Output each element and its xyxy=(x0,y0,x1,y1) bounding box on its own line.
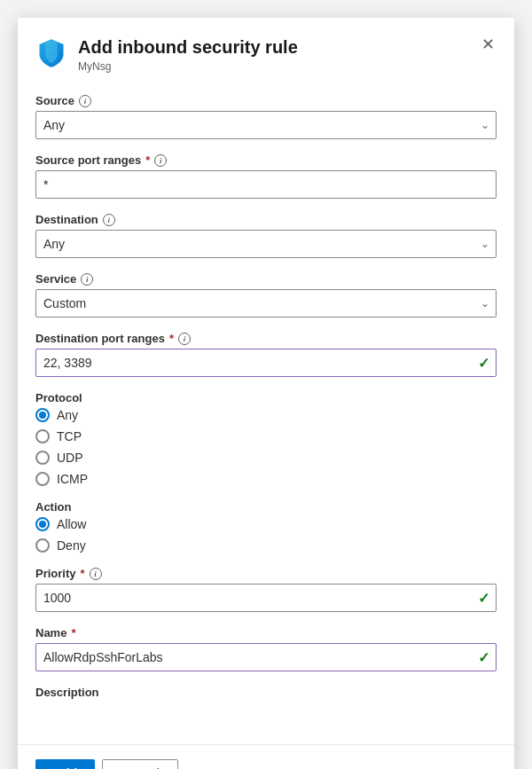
service-info-icon[interactable]: i xyxy=(81,273,93,286)
close-button[interactable]: ✕ xyxy=(475,32,500,57)
action-allow-radio[interactable] xyxy=(35,517,50,531)
name-label: Name * xyxy=(35,626,497,640)
protocol-radio-group: Any TCP UDP ICMP xyxy=(35,408,497,486)
priority-input[interactable] xyxy=(35,584,497,612)
protocol-udp-label: UDP xyxy=(57,451,83,465)
protocol-any-label: Any xyxy=(57,408,78,422)
protocol-icmp-label: ICMP xyxy=(57,472,88,486)
source-port-ranges-group: Source port ranges * i xyxy=(35,153,497,199)
dialog-title: Add inbound security rule xyxy=(78,35,497,59)
dest-port-check-icon: ✓ xyxy=(478,355,489,372)
source-port-info-icon[interactable]: i xyxy=(154,154,167,167)
source-port-required-marker: * xyxy=(145,153,150,167)
protocol-udp-radio[interactable] xyxy=(35,451,50,465)
destination-label: Destination i xyxy=(35,213,497,226)
action-deny-label: Deny xyxy=(57,538,86,553)
priority-wrapper: ✓ xyxy=(35,584,497,612)
action-radio-group: Allow Deny xyxy=(35,517,497,553)
priority-info-icon[interactable]: i xyxy=(90,568,102,580)
protocol-group: Protocol Any TCP UDP ICMP xyxy=(35,391,497,486)
add-inbound-security-rule-dialog: Add inbound security rule MyNsg ✕ Source… xyxy=(18,18,514,769)
action-deny-radio[interactable] xyxy=(35,538,50,553)
name-check-icon: ✓ xyxy=(478,649,489,666)
priority-group: Priority * i ✓ xyxy=(35,567,497,612)
dialog-subtitle: MyNsg xyxy=(78,60,497,73)
service-label: Service i xyxy=(35,272,497,286)
service-select-wrapper: Custom HTTP HTTPS SSH RDP ⌄ xyxy=(35,289,497,318)
priority-check-icon: ✓ xyxy=(478,590,489,607)
shield-icon xyxy=(35,37,67,69)
protocol-icmp-radio[interactable] xyxy=(35,472,50,486)
action-group: Action Allow Deny xyxy=(35,500,497,553)
destination-port-ranges-label: Destination port ranges * i xyxy=(35,332,497,345)
protocol-any-radio[interactable] xyxy=(35,408,50,422)
name-input[interactable] xyxy=(35,643,497,671)
destination-select-wrapper: Any IP Addresses Service Tag Application… xyxy=(35,230,497,258)
dialog-header: Add inbound security rule MyNsg ✕ xyxy=(18,18,514,87)
protocol-icmp-item[interactable]: ICMP xyxy=(35,472,497,486)
protocol-tcp-radio[interactable] xyxy=(35,429,50,443)
cancel-button[interactable]: Cancel xyxy=(102,759,178,769)
source-label: Source i xyxy=(35,94,497,107)
service-select[interactable]: Custom HTTP HTTPS SSH RDP xyxy=(35,289,497,318)
source-select-wrapper: Any IP Addresses Service Tag Application… xyxy=(35,111,497,139)
action-allow-label: Allow xyxy=(57,517,86,531)
source-select[interactable]: Any IP Addresses Service Tag Application… xyxy=(35,111,497,139)
protocol-any-item[interactable]: Any xyxy=(35,408,497,422)
protocol-label: Protocol xyxy=(35,391,497,404)
destination-info-icon[interactable]: i xyxy=(103,214,115,226)
dest-port-info-icon[interactable]: i xyxy=(178,333,191,345)
dialog-footer: Add Cancel xyxy=(18,744,514,769)
service-group: Service i Custom HTTP HTTPS SSH RDP ⌄ xyxy=(35,272,497,318)
priority-label: Priority * i xyxy=(35,567,497,580)
destination-port-ranges-wrapper: ✓ xyxy=(35,349,497,377)
action-allow-item[interactable]: Allow xyxy=(35,517,497,531)
add-button[interactable]: Add xyxy=(35,759,95,769)
name-group: Name * ✓ xyxy=(35,626,497,671)
name-wrapper: ✓ xyxy=(35,643,497,671)
name-required-marker: * xyxy=(71,626,75,640)
protocol-tcp-label: TCP xyxy=(57,429,82,443)
source-info-icon[interactable]: i xyxy=(79,95,91,107)
description-group: Description xyxy=(35,686,497,699)
close-icon: ✕ xyxy=(481,35,495,54)
source-group: Source i Any IP Addresses Service Tag Ap… xyxy=(35,94,497,139)
source-port-ranges-input[interactable] xyxy=(35,170,497,199)
dest-port-required-marker: * xyxy=(169,332,174,345)
destination-select[interactable]: Any IP Addresses Service Tag Application… xyxy=(35,230,497,258)
source-port-ranges-label: Source port ranges * i xyxy=(35,153,497,167)
description-label: Description xyxy=(35,686,497,699)
action-label: Action xyxy=(35,500,497,514)
header-text: Add inbound security rule MyNsg xyxy=(78,35,497,73)
destination-group: Destination i Any IP Addresses Service T… xyxy=(35,213,497,258)
form-body: Source i Any IP Addresses Service Tag Ap… xyxy=(18,87,514,731)
protocol-udp-item[interactable]: UDP xyxy=(35,451,497,465)
destination-port-ranges-group: Destination port ranges * i ✓ xyxy=(35,332,497,377)
action-deny-item[interactable]: Deny xyxy=(35,538,497,553)
protocol-tcp-item[interactable]: TCP xyxy=(35,429,497,443)
priority-required-marker: * xyxy=(81,567,85,580)
destination-port-ranges-input[interactable] xyxy=(35,349,497,377)
